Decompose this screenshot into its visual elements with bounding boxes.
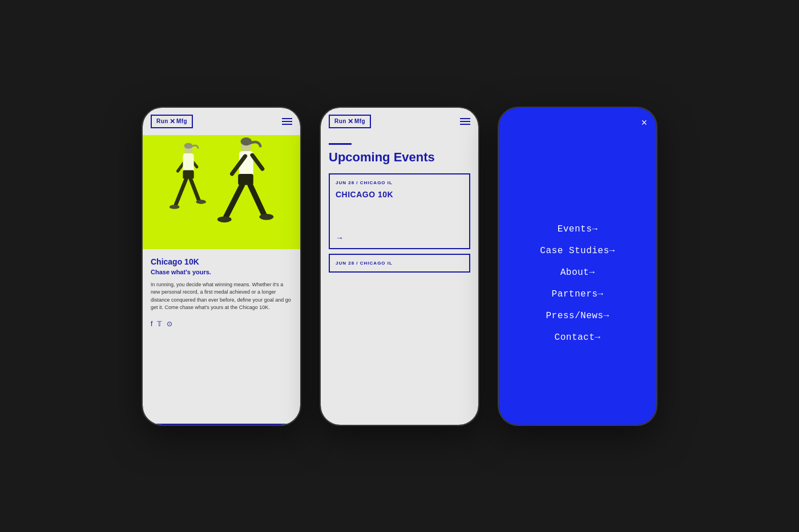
event-card-2[interactable]: JUN 28 / CHICAGO IL [329,254,470,273]
logo-2: Run ✕ Mfg [329,115,371,128]
svg-line-8 [191,178,199,200]
screen-3: × Events→Case Studies→About→Partners→Pre… [499,108,656,425]
article-body: In running, you decide what winning mean… [151,281,292,312]
events-title: Upcoming Events [329,151,470,164]
instagram-icon[interactable]: ⊙ [167,320,172,328]
logo-right-2: Mfg [354,118,365,124]
svg-point-19 [217,216,232,222]
nav-item-contact[interactable]: Contact→ [555,332,601,343]
svg-line-15 [252,155,263,169]
close-button[interactable]: × [641,117,647,129]
screen-2: Run ✕ Mfg Upcoming Events JUN 28 / CHICA… [321,108,478,425]
screen-1: Run ✕ Mfg [143,108,300,425]
header-bar-2: Run ✕ Mfg [321,108,478,135]
phone-1: Run ✕ Mfg [142,107,301,426]
content-area-1: Chicago 10K Chase what's yours. In runni… [143,249,300,424]
svg-point-10 [196,200,206,204]
svg-point-20 [259,214,273,220]
hamburger-2[interactable] [460,118,470,125]
social-icons: f 𝕋 ⊙ [151,320,292,328]
hamburger-1[interactable] [282,118,292,125]
logo-1: Run ✕ Mfg [151,115,193,128]
nav-item-pressnews[interactable]: Press/News→ [546,311,609,321]
nav-item-casestudies[interactable]: Case Studies→ [540,246,615,256]
svg-point-12 [241,137,252,145]
events-content: Upcoming Events JUN 28 / CHICAGO IL CHIC… [321,135,478,425]
logo-right-1: Mfg [176,118,187,124]
svg-rect-6 [183,170,193,178]
logo-left-2: Run [334,118,346,124]
svg-point-9 [170,205,180,209]
hero-image [143,135,300,249]
event-arrow-1[interactable]: → [336,233,463,242]
article-title: Chicago 10K [151,257,292,266]
header-bar-1: Run ✕ Mfg [143,108,300,135]
logo-left-1: Run [156,118,168,124]
phone-3: × Events→Case Studies→About→Partners→Pre… [498,107,657,426]
twitter-icon[interactable]: 𝕋 [157,320,162,328]
logo-x-1: ✕ [170,117,175,125]
bottom-line-1 [151,424,292,425]
nav-item-partners[interactable]: Partners→ [552,289,604,299]
svg-line-7 [176,178,186,205]
article-subtitle: Chase what's yours. [151,269,292,275]
nav-item-about[interactable]: About→ [560,267,595,278]
svg-line-18 [250,185,264,214]
event-card-1[interactable]: JUN 28 / CHICAGO IL CHICAGO 10K → [329,173,470,249]
logo-x-2: ✕ [348,117,353,125]
facebook-icon[interactable]: f [151,320,152,328]
phone-2: Run ✕ Mfg Upcoming Events JUN 28 / CHICA… [320,107,479,426]
svg-line-17 [226,185,242,217]
event-name-1: CHICAGO 10K [336,190,463,199]
event-date-2: JUN 28 / CHICAGO IL [336,261,463,266]
nav-item-events[interactable]: Events→ [558,224,598,234]
section-line [329,143,352,145]
runners-svg [143,135,300,249]
nav-menu: Events→Case Studies→About→Partners→Press… [508,152,647,416]
event-date-1: JUN 28 / CHICAGO IL [336,180,463,185]
